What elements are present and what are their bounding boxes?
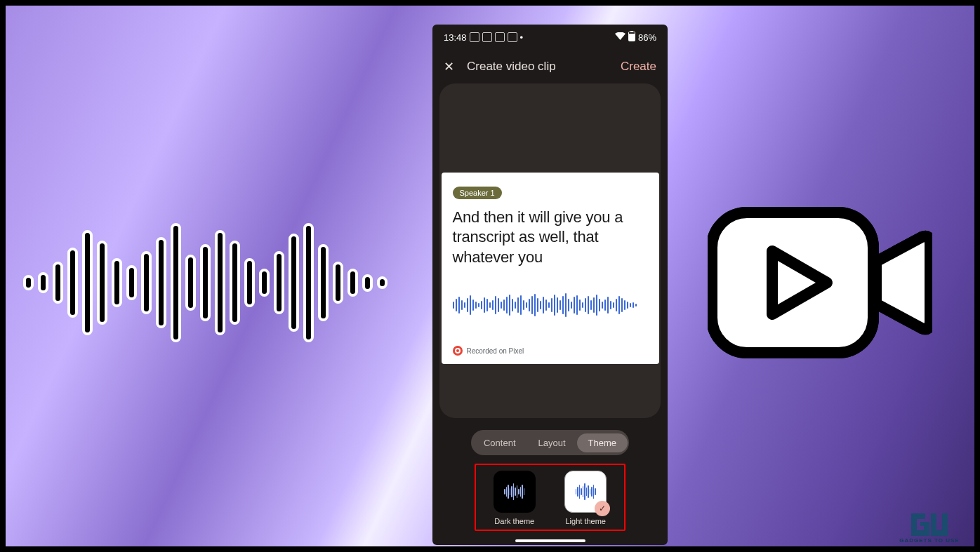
battery-percent: 86% [638,32,656,43]
recorder-icon [453,346,463,356]
phone-screenshot: 13:48 • 86% ✕ Create video clip Create [432,25,668,545]
create-button[interactable]: Create [621,60,656,74]
preview-area: Speaker 1 And then it will give you a tr… [439,83,661,418]
theme-option-dark[interactable]: Dark theme [494,471,536,525]
preview-card: Speaker 1 And then it will give you a tr… [442,173,659,365]
transcript-text: And then it will give you a transcript a… [453,208,648,268]
close-icon[interactable]: ✕ [444,59,454,74]
svg-rect-6 [931,530,948,536]
instagram-icon [508,32,517,42]
home-indicator [515,539,585,542]
speaker-chip: Speaker 1 [453,187,502,199]
tab-theme[interactable]: Theme [577,433,628,452]
tab-layout[interactable]: Layout [527,433,577,452]
tab-bar: Content Layout Theme [471,430,629,455]
dark-theme-label: Dark theme [494,517,534,525]
tab-content[interactable]: Content [472,433,527,452]
instagram-icon [495,32,505,42]
recorded-badge: Recorded on Pixel [453,346,648,356]
theme-options-highlighted: Dark theme ✓ Light theme [475,464,625,531]
light-theme-label: Light theme [566,517,606,525]
svg-rect-2 [630,31,633,32]
light-theme-thumbnail: ✓ [564,471,607,513]
top-bar: ✕ Create video clip Create [432,50,668,83]
watermark-logo: GADGETS TO USE [887,513,972,544]
battery-icon [628,31,635,43]
calendar-icon [470,32,479,42]
status-bar: 13:48 • 86% [432,25,668,50]
recorded-label: Recorded on Pixel [467,347,524,355]
page-title: Create video clip [467,60,608,74]
instagram-icon [482,32,492,42]
watermark-text: GADGETS TO USE [887,537,972,544]
audio-wave-icon [23,216,416,349]
status-time: 13:48 [444,32,467,43]
hero-frame: 13:48 • 86% ✕ Create video clip Create [6,6,974,546]
video-camera-icon [708,206,932,360]
more-dot: • [520,32,524,43]
theme-option-light[interactable]: ✓ Light theme [564,471,607,525]
wifi-icon [615,32,625,43]
svg-rect-3 [629,32,635,34]
dark-theme-thumbnail [494,471,536,513]
check-icon: ✓ [595,501,610,516]
waveform-icon [453,288,648,322]
